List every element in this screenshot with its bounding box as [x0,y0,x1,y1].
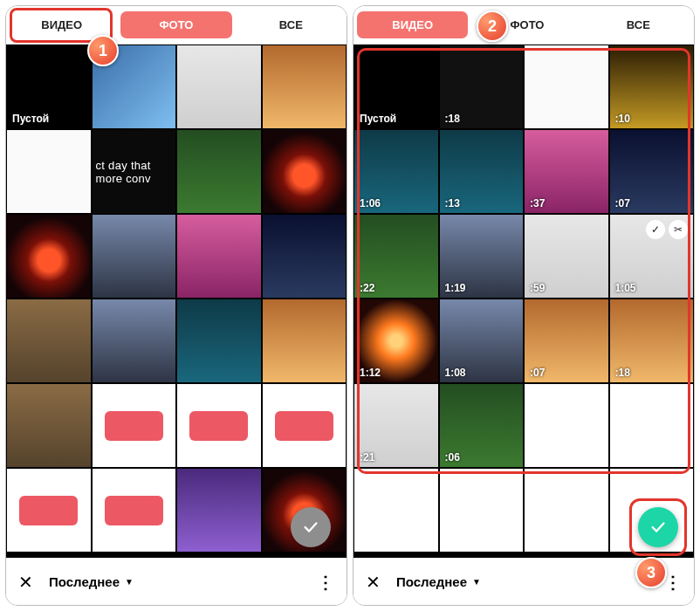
duration: :13 [445,197,460,209]
thumb[interactable] [262,129,347,214]
duration: :18 [615,367,630,379]
thumb[interactable] [92,214,177,299]
thumb[interactable]: :18 [609,299,695,383]
thumb-text-content: ct day that more conv [96,159,173,185]
tab-all[interactable]: ВСЕ [236,6,347,44]
thumb[interactable]: 1:12 [353,299,439,383]
duration: :22 [360,282,374,294]
duration: 1:19 [445,282,466,294]
duration: :07 [615,197,630,209]
video-grid-right: Пустой :18 :10 1:06 :13 :37 :07 :22 1:19… [353,45,694,558]
thumb[interactable] [176,129,262,214]
screen-left: ВИДЕО ФОТО ВСЕ Пустой ct day that more c… [5,5,347,606]
thumb[interactable] [92,468,177,553]
thumb[interactable]: 1:06 [353,129,439,214]
duration: 1:12 [360,367,381,379]
thumb[interactable] [262,45,347,129]
thumb[interactable]: :13 [439,129,525,214]
close-icon[interactable]: ✕ [18,572,33,593]
thumb-blank [524,383,609,468]
tab-video[interactable]: ВИДЕО [357,11,468,38]
duration: 1:08 [445,367,466,379]
step-badge-2: 2 [477,10,508,42]
thumb[interactable]: :21 [353,383,439,468]
photo-grid-left: Пустой ct day that more conv [6,45,347,558]
thumb[interactable]: 1:08 [439,299,525,383]
thumb[interactable]: :06 [439,383,525,468]
album-selector[interactable]: Последнее ▼ [49,574,134,589]
thumb-blank [439,468,525,553]
check-icon: ✓ [646,220,665,239]
tab-all[interactable]: ВСЕ [583,6,694,44]
duration: :07 [530,367,545,379]
tab-photo[interactable]: ФОТО [120,11,231,38]
thumb[interactable]: :59 [524,214,609,299]
thumb[interactable] [524,45,609,129]
duration: 1:06 [360,197,381,209]
thumb[interactable] [176,299,262,383]
thumb-empty[interactable]: Пустой [353,45,439,129]
thumb[interactable]: :07 [609,129,695,214]
empty-label: Пустой [360,113,396,125]
scissors-icon: ✂ [669,220,688,239]
check-icon [301,518,320,537]
thumb[interactable]: :22 [353,214,439,299]
duration: :18 [445,113,460,125]
thumb-text[interactable]: ct day that more conv [92,129,177,214]
chevron-down-icon: ▼ [125,577,134,587]
duration: :10 [615,113,630,125]
confirm-fab[interactable] [638,507,678,547]
thumb[interactable] [262,383,347,468]
chevron-down-icon: ▼ [472,577,481,587]
screen-right: ВИДЕО ФОТО ВСЕ Пустой :18 :10 1:06 :13 :… [353,5,695,606]
duration: :21 [360,451,374,463]
album-label: Последнее [396,574,467,589]
album-label: Последнее [49,574,120,589]
duration: :59 [530,282,545,294]
bottom-bar: ✕ Последнее ▼ ⋮ [6,558,347,605]
thumb-blank [524,468,609,553]
thumb-blank [609,383,695,468]
more-icon[interactable]: ⋮ [317,572,334,593]
step-badge-3: 3 [635,557,667,588]
thumb[interactable] [6,214,92,299]
thumb[interactable] [92,383,177,468]
thumb[interactable]: :18 [439,45,525,129]
thumb[interactable] [6,383,92,468]
thumb[interactable]: :37 [524,129,609,214]
duration: :06 [445,451,460,463]
thumb[interactable]: 1:19 [439,214,525,299]
thumb[interactable] [176,468,262,553]
thumb[interactable] [262,299,347,383]
thumb-blank [353,468,439,553]
thumb[interactable] [92,299,177,383]
step-badge-1: 1 [87,35,119,66]
thumb[interactable] [176,45,262,129]
thumb[interactable] [6,129,92,214]
thumb[interactable] [262,214,347,299]
confirm-fab-disabled[interactable] [291,507,331,547]
thumb[interactable]: :07 [524,299,609,383]
empty-label: Пустой [12,113,49,125]
thumb-selected[interactable]: ✓ ✂ 1:05 [609,214,695,299]
close-icon[interactable]: ✕ [366,572,381,593]
thumb[interactable] [176,214,262,299]
thumb[interactable] [6,468,92,553]
tabs-right: ВИДЕО ФОТО ВСЕ [353,6,694,45]
more-icon[interactable]: ⋮ [664,572,682,593]
thumb-empty[interactable]: Пустой [6,45,92,129]
thumb[interactable]: :10 [609,45,695,129]
duration: :37 [530,197,545,209]
album-selector[interactable]: Последнее ▼ [396,574,481,589]
check-icon [649,518,668,537]
thumb[interactable] [6,299,92,383]
thumb[interactable] [176,383,262,468]
duration: 1:05 [615,282,636,294]
tabs-left: ВИДЕО ФОТО ВСЕ [6,6,347,45]
